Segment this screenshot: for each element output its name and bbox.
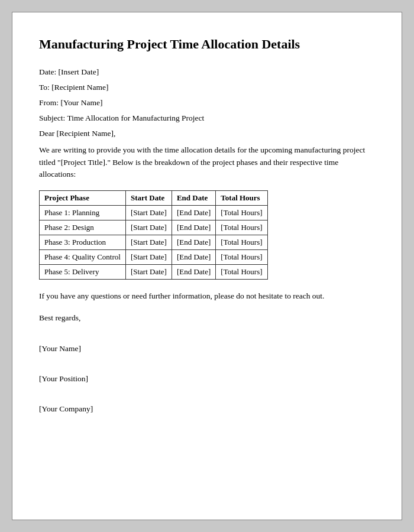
table-cell: [Start Date] xyxy=(125,220,172,235)
table-cell: [Total Hours] xyxy=(216,235,267,250)
col-header-start: Start Date xyxy=(125,191,172,206)
table-cell: [Total Hours] xyxy=(216,206,267,220)
regards-line: Best regards, xyxy=(39,310,375,326)
col-header-phase: Project Phase xyxy=(40,191,126,206)
table-row: Phase 1: Planning[Start Date][End Date][… xyxy=(40,206,268,220)
col-header-end: End Date xyxy=(172,191,215,206)
table-cell: [Start Date] xyxy=(125,265,172,280)
phase-table: Project Phase Start Date End Date Total … xyxy=(39,190,268,280)
table-cell: Phase 5: Delivery xyxy=(40,265,126,280)
document-title: Manufacturing Project Time Allocation De… xyxy=(39,36,375,53)
table-cell: [Total Hours] xyxy=(216,220,267,235)
table-cell: [End Date] xyxy=(172,206,215,220)
signature-company: [Your Company] xyxy=(39,401,375,417)
table-cell: [End Date] xyxy=(172,235,215,250)
salutation: Dear [Recipient Name], xyxy=(39,129,375,138)
table-cell: [Start Date] xyxy=(125,250,172,265)
regards-block: Best regards, [Your Name] [Your Position… xyxy=(39,310,375,416)
table-cell: Phase 1: Planning xyxy=(40,206,126,220)
table-cell: Phase 4: Quality Control xyxy=(40,250,126,265)
table-row: Phase 5: Delivery[Start Date][End Date][… xyxy=(40,265,268,280)
table-header-row: Project Phase Start Date End Date Total … xyxy=(40,191,268,206)
signature-position: [Your Position] xyxy=(39,371,375,387)
table-cell: [Total Hours] xyxy=(216,265,267,280)
table-cell: [Start Date] xyxy=(125,206,172,220)
body-paragraph: We are writing to provide you with the t… xyxy=(39,144,375,181)
col-header-hours: Total Hours xyxy=(216,191,267,206)
date-line: Date: [Insert Date] xyxy=(39,67,375,77)
table-cell: [Total Hours] xyxy=(216,250,267,265)
from-line: From: [Your Name] xyxy=(39,98,375,108)
to-line: To: [Recipient Name] xyxy=(39,83,375,92)
table-cell: [End Date] xyxy=(172,250,215,265)
table-row: Phase 3: Production[Start Date][End Date… xyxy=(40,235,268,250)
document-container: Manufacturing Project Time Allocation De… xyxy=(12,12,402,520)
signature-name: [Your Name] xyxy=(39,341,375,356)
table-cell: Phase 2: Design xyxy=(40,220,126,235)
table-row: Phase 4: Quality Control[Start Date][End… xyxy=(40,250,268,265)
closing-paragraph: If you have any questions or need furthe… xyxy=(39,291,375,301)
table-row: Phase 2: Design[Start Date][End Date][To… xyxy=(40,220,268,235)
table-cell: [End Date] xyxy=(172,220,215,235)
subject-line: Subject: Time Allocation for Manufacturi… xyxy=(39,113,375,123)
table-cell: [End Date] xyxy=(172,265,215,280)
table-cell: Phase 3: Production xyxy=(40,235,126,250)
table-cell: [Start Date] xyxy=(125,235,172,250)
